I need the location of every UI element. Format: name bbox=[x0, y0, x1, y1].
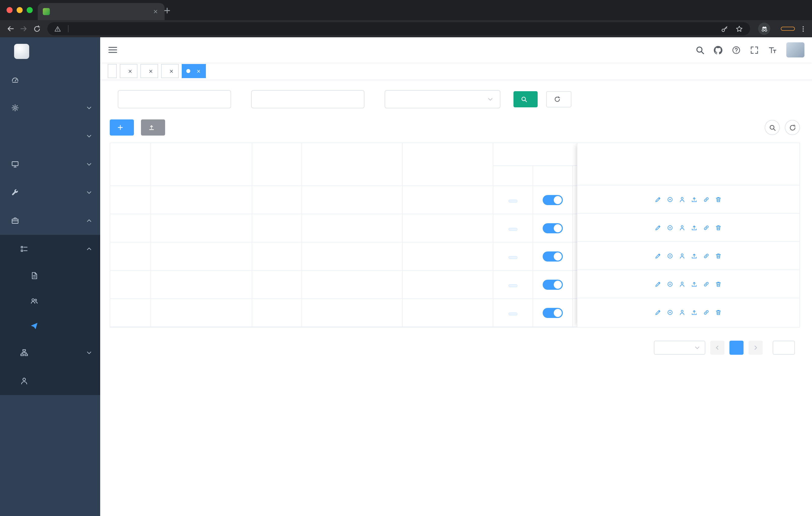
bookmark-star-icon[interactable] bbox=[735, 25, 743, 32]
tag-home[interactable] bbox=[108, 64, 117, 78]
close-icon[interactable] bbox=[168, 68, 174, 74]
assign-rule-link[interactable] bbox=[679, 224, 687, 230]
minimize-window-button[interactable] bbox=[17, 7, 23, 13]
github-icon[interactable] bbox=[714, 46, 722, 54]
delete-link[interactable] bbox=[715, 309, 723, 316]
tag-my-process[interactable] bbox=[141, 64, 158, 78]
security-chip[interactable] bbox=[54, 25, 64, 32]
active-toggle[interactable] bbox=[543, 195, 562, 205]
reload-icon[interactable] bbox=[30, 22, 43, 35]
sidebar-item-infrastructure[interactable] bbox=[0, 150, 100, 179]
active-toggle[interactable] bbox=[543, 308, 562, 318]
modify-process-link[interactable] bbox=[655, 309, 663, 316]
process-id-input[interactable] bbox=[118, 90, 231, 108]
design-process-link[interactable] bbox=[667, 224, 674, 230]
sidebar-item-payment[interactable] bbox=[0, 122, 100, 150]
process-definition-link[interactable] bbox=[703, 196, 711, 202]
page-number-button[interactable] bbox=[729, 341, 744, 355]
assign-rule-link[interactable] bbox=[679, 309, 687, 316]
process-category-select[interactable] bbox=[385, 90, 500, 108]
sidebar-item-process-model[interactable] bbox=[0, 314, 100, 338]
address-bar[interactable] bbox=[47, 22, 750, 35]
sidebar-item-home[interactable] bbox=[0, 65, 100, 94]
sidebar-item-devtools[interactable] bbox=[0, 179, 100, 207]
create-process-button[interactable] bbox=[110, 119, 134, 136]
goto-page-input[interactable] bbox=[773, 341, 795, 355]
close-icon[interactable] bbox=[147, 68, 153, 74]
active-toggle[interactable] bbox=[543, 279, 562, 290]
process-name-input[interactable] bbox=[251, 90, 365, 108]
new-tab-button[interactable] bbox=[161, 4, 173, 17]
active-toggle[interactable] bbox=[543, 251, 562, 261]
search-icon[interactable] bbox=[696, 46, 704, 54]
sidebar-item-process-management[interactable] bbox=[0, 235, 100, 263]
help-icon[interactable] bbox=[732, 46, 741, 54]
close-icon[interactable] bbox=[127, 68, 133, 74]
cell-created bbox=[402, 270, 493, 299]
sidebar-item-workflow[interactable] bbox=[0, 207, 100, 235]
delete-link[interactable] bbox=[715, 281, 723, 287]
active-toggle[interactable] bbox=[543, 223, 562, 233]
browser-menu-icon[interactable] bbox=[798, 24, 808, 34]
cell-created bbox=[402, 299, 493, 327]
browser-tab[interactable] bbox=[38, 3, 165, 20]
delete-link[interactable] bbox=[715, 224, 723, 230]
design-process-link[interactable] bbox=[667, 281, 674, 287]
assign-rule-link[interactable] bbox=[679, 253, 687, 259]
browser-update-button[interactable] bbox=[781, 27, 795, 31]
close-window-button[interactable] bbox=[6, 7, 12, 13]
monitor-icon bbox=[11, 160, 19, 168]
process-definition-link[interactable] bbox=[703, 253, 711, 259]
sidebar-item-system[interactable] bbox=[0, 94, 100, 122]
tag-process-form[interactable] bbox=[161, 64, 179, 78]
next-page-button[interactable] bbox=[749, 341, 763, 355]
modify-process-link[interactable] bbox=[655, 196, 663, 202]
plus-icon bbox=[117, 125, 123, 131]
key-icon[interactable] bbox=[721, 25, 728, 32]
sidebar-item-user-group[interactable] bbox=[0, 288, 100, 314]
publish-process-link[interactable] bbox=[691, 309, 699, 316]
modify-process-link[interactable] bbox=[655, 281, 663, 287]
delete-link[interactable] bbox=[715, 196, 723, 202]
hamburger-icon[interactable] bbox=[108, 45, 118, 55]
sidebar-item-leave-query[interactable] bbox=[0, 367, 100, 395]
tag-tenant[interactable] bbox=[120, 64, 138, 78]
tag-process-model[interactable] bbox=[182, 64, 206, 78]
publish-process-link[interactable] bbox=[691, 253, 699, 259]
delete-link[interactable] bbox=[715, 253, 723, 259]
search-button[interactable] bbox=[514, 91, 538, 107]
design-process-link[interactable] bbox=[667, 196, 674, 202]
design-process-link[interactable] bbox=[667, 309, 674, 316]
assign-rule-link[interactable] bbox=[679, 281, 687, 287]
app-logo[interactable] bbox=[0, 37, 100, 65]
publish-process-link[interactable] bbox=[691, 281, 699, 287]
process-definition-link[interactable] bbox=[703, 224, 711, 230]
incognito-chip[interactable] bbox=[758, 23, 774, 35]
modify-process-link[interactable] bbox=[655, 253, 663, 259]
publish-process-link[interactable] bbox=[691, 224, 699, 230]
refresh-table-button[interactable] bbox=[785, 120, 800, 135]
font-size-icon[interactable] bbox=[768, 46, 777, 54]
avatar[interactable] bbox=[786, 42, 805, 57]
sidebar-item-process-form[interactable] bbox=[0, 263, 100, 288]
filter-bar bbox=[110, 90, 800, 108]
modify-process-link[interactable] bbox=[655, 224, 663, 230]
tab-close-icon[interactable] bbox=[151, 7, 160, 16]
design-process-link[interactable] bbox=[667, 253, 674, 259]
prev-page-button[interactable] bbox=[710, 341, 724, 355]
toggle-search-button[interactable] bbox=[765, 120, 780, 135]
process-definition-link[interactable] bbox=[703, 309, 711, 316]
forward-icon[interactable] bbox=[17, 22, 30, 35]
back-icon[interactable] bbox=[4, 22, 17, 35]
close-icon[interactable] bbox=[195, 68, 201, 74]
design-icon bbox=[667, 281, 673, 287]
zoom-window-button[interactable] bbox=[27, 7, 33, 13]
publish-process-link[interactable] bbox=[691, 196, 699, 202]
fullscreen-icon[interactable] bbox=[750, 46, 759, 54]
import-process-button[interactable] bbox=[141, 119, 165, 136]
process-definition-link[interactable] bbox=[703, 281, 711, 287]
assign-rule-link[interactable] bbox=[679, 196, 687, 202]
reset-button[interactable] bbox=[546, 91, 571, 107]
page-size-select[interactable] bbox=[654, 341, 705, 355]
sidebar-item-task-management[interactable] bbox=[0, 338, 100, 367]
